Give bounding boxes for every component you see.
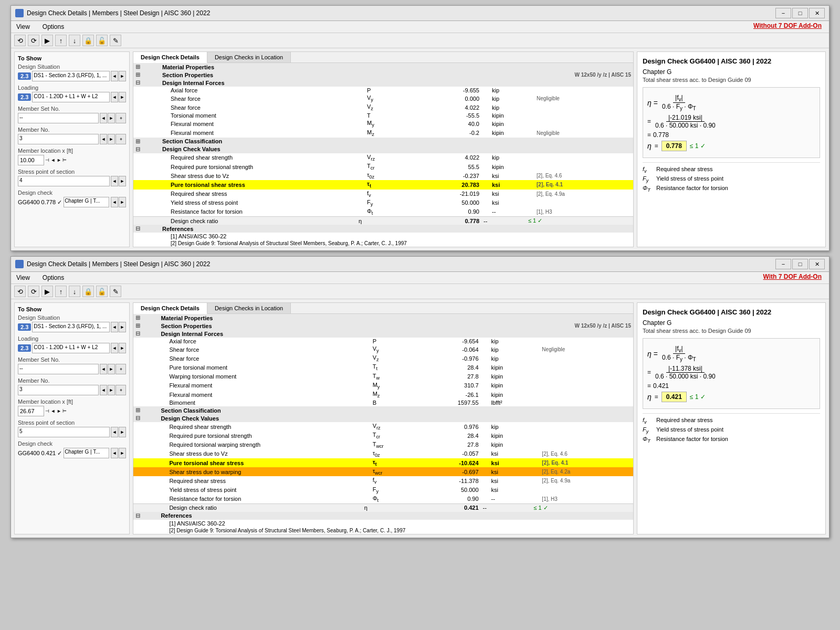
toolbar2-btn-4[interactable]: ↑ (55, 286, 67, 297)
tab-location-1[interactable]: Design Checks in Location (207, 52, 291, 62)
toolbar-btn-5[interactable]: ↓ (69, 35, 80, 46)
mn-next-1[interactable]: ► (108, 134, 115, 144)
member-no-select-2[interactable]: 3 (18, 385, 99, 395)
mat-expand-1[interactable]: ⊞ (135, 64, 140, 70)
mat-expand-2[interactable]: ⊞ (135, 314, 140, 321)
ms-next-2[interactable]: ► (108, 364, 115, 374)
dcval-expand-2[interactable]: ⊟ (135, 415, 140, 421)
ms-next-1[interactable]: ► (108, 113, 115, 123)
toolbar2-btn-2[interactable]: ⟳ (28, 286, 39, 297)
sp-next-2[interactable]: ► (119, 427, 126, 437)
forces-expand-2[interactable]: ⊟ (135, 330, 140, 337)
dc-prev-2[interactable]: ◄ (111, 448, 118, 458)
tab-details-1[interactable]: Design Check Details (133, 52, 207, 63)
tab-details-2[interactable]: Design Check Details (133, 303, 207, 314)
loading-prev-2[interactable]: ◄ (111, 343, 118, 353)
minimize-button-2[interactable]: − (775, 259, 791, 269)
maximize-button-1[interactable]: □ (792, 8, 808, 18)
member-loc-input-2[interactable] (18, 406, 44, 416)
menu-view-1[interactable]: View (14, 22, 32, 32)
loading-select-1[interactable]: CO1 - 1.20D + L1 + W + L2 (32, 92, 110, 102)
dcval-expand-1[interactable]: ⊟ (135, 146, 140, 152)
member-set-nav-1[interactable]: ◄ ► ⌖ (100, 113, 126, 123)
toolbar2-btn-1[interactable]: ⟲ (14, 286, 26, 297)
sp-next-1[interactable]: ► (119, 176, 126, 186)
loading-nav-2[interactable]: ◄ ► (111, 343, 126, 353)
menu-options-1[interactable]: Options (40, 22, 66, 32)
loading-select-2[interactable]: CO1 - 1.20D + L1 + W + L2 (32, 343, 110, 353)
dc-nav-1[interactable]: ◄ ► (111, 197, 126, 207)
sec-expand-1[interactable]: ⊞ (135, 71, 140, 78)
toolbar2-btn-5[interactable]: ↓ (69, 286, 80, 297)
addon-link-2[interactable]: With 7 DOF Add-On (763, 273, 822, 282)
toolbar2-btn-8[interactable]: ✎ (110, 286, 121, 297)
title-controls-2[interactable]: − □ ✕ (775, 259, 825, 269)
toolbar-btn-2[interactable]: ⟳ (28, 35, 39, 46)
mn-prev-2[interactable]: ◄ (100, 385, 107, 395)
menu-view-2[interactable]: View (14, 273, 32, 282)
member-no-nav-2[interactable]: ◄ ► ⌖ (100, 385, 126, 395)
ds-select-2[interactable]: DS1 - Section 2.3 (LRFD), 1, ... (32, 322, 110, 332)
ds-next-1[interactable]: ► (119, 71, 126, 81)
secclass-expand-1[interactable]: ⊞ (135, 138, 140, 144)
mn-goto-2[interactable]: ⌖ (116, 385, 126, 395)
addon-link-1[interactable]: Without 7 DOF Add-On (753, 22, 822, 32)
stress-point-select-2[interactable]: 5 (18, 427, 110, 437)
ms-prev-2[interactable]: ◄ (100, 364, 107, 374)
menu-options-2[interactable]: Options (40, 273, 66, 282)
ds-nav-2[interactable]: ◄ ► (111, 322, 126, 332)
forces-expand-1[interactable]: ⊟ (135, 79, 140, 86)
toolbar-btn-4[interactable]: ↑ (55, 35, 67, 46)
loading-next-1[interactable]: ► (119, 92, 126, 102)
ds-select-1[interactable]: DS1 - Section 2.3 (LRFD), 1, ... (32, 71, 110, 81)
ds-next-2[interactable]: ► (119, 322, 126, 332)
mn-goto-1[interactable]: ⌖ (116, 134, 126, 144)
loading-next-2[interactable]: ► (119, 343, 126, 353)
sp-nav-1[interactable]: ◄ ► (111, 176, 126, 186)
close-button-1[interactable]: ✕ (809, 8, 825, 18)
ref-expand-2[interactable]: ⊟ (135, 512, 140, 519)
toolbar2-btn-6[interactable]: 🔒 (82, 286, 94, 297)
secclass-expand-2[interactable]: ⊞ (135, 407, 140, 413)
stress-point-select-1[interactable]: 4 (18, 176, 110, 186)
sp-prev-2[interactable]: ◄ (111, 427, 118, 437)
loading-prev-1[interactable]: ◄ (111, 92, 118, 102)
sec-expand-2[interactable]: ⊞ (135, 322, 140, 329)
toolbar-btn-1[interactable]: ⟲ (14, 35, 26, 46)
member-set-select-2[interactable]: -- (18, 364, 99, 374)
title-controls-1[interactable]: − □ ✕ (775, 8, 825, 18)
dc-next-2[interactable]: ► (119, 448, 126, 458)
dc-chapter-select-1[interactable]: Chapter G | T... (64, 197, 109, 207)
toolbar-btn-6[interactable]: 🔒 (82, 35, 94, 46)
dc-nav-2[interactable]: ◄ ► (111, 448, 126, 458)
sp-nav-2[interactable]: ◄ ► (111, 427, 126, 437)
toolbar2-btn-7[interactable]: 🔓 (96, 286, 108, 297)
ref-expand-1[interactable]: ⊟ (135, 225, 140, 232)
ds-prev-2[interactable]: ◄ (111, 322, 118, 332)
close-button-2[interactable]: ✕ (809, 259, 825, 269)
member-set-select-1[interactable]: -- (18, 113, 99, 123)
maximize-button-2[interactable]: □ (792, 259, 808, 269)
mn-prev-1[interactable]: ◄ (100, 134, 107, 144)
sp-prev-1[interactable]: ◄ (111, 176, 118, 186)
ms-goto-1[interactable]: ⌖ (116, 113, 126, 123)
ds-nav-1[interactable]: ◄ ► (111, 71, 126, 81)
dc-next-1[interactable]: ► (119, 197, 126, 207)
toolbar-btn-3[interactable]: ▶ (41, 35, 53, 46)
member-no-select-1[interactable]: 3 (18, 134, 99, 144)
member-loc-input-1[interactable] (18, 155, 44, 165)
minimize-button-1[interactable]: − (775, 8, 791, 18)
dc-chapter-select-2[interactable]: Chapter G | T... (64, 448, 109, 458)
toolbar-btn-7[interactable]: 🔓 (96, 35, 108, 46)
toolbar2-btn-3[interactable]: ▶ (41, 286, 53, 297)
ms-goto-2[interactable]: ⌖ (116, 364, 126, 374)
ds-prev-1[interactable]: ◄ (111, 71, 118, 81)
tab-location-2[interactable]: Design Checks in Location (207, 303, 291, 313)
ms-prev-1[interactable]: ◄ (100, 113, 107, 123)
mn-next-2[interactable]: ► (108, 385, 115, 395)
toolbar-btn-8[interactable]: ✎ (110, 35, 121, 46)
member-no-nav-1[interactable]: ◄ ► ⌖ (100, 134, 126, 144)
loading-nav-1[interactable]: ◄ ► (111, 92, 126, 102)
member-set-nav-2[interactable]: ◄ ► ⌖ (100, 364, 126, 374)
dc-prev-1[interactable]: ◄ (111, 197, 118, 207)
